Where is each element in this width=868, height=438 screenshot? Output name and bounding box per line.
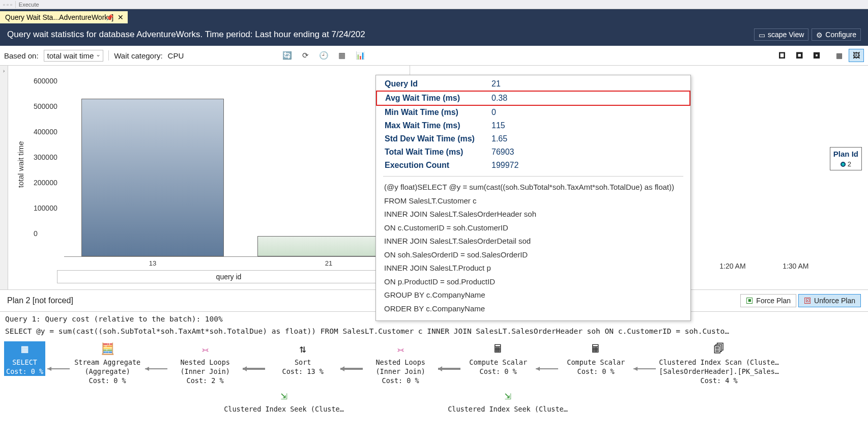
node-cost: Cost: 0 % — [577, 367, 615, 376]
plot-area — [64, 78, 400, 257]
x-tick: 21 — [325, 259, 332, 267]
gear-icon: ⚙ — [816, 31, 823, 38]
tooltip-sql: INNER JOIN SalesLT.SalesOrderHeader soh — [376, 208, 690, 221]
chart-icon[interactable]: 📊 — [354, 50, 367, 61]
tooltip-sql: (@y float)SELECT @y = sum(cast((soh.SubT… — [376, 181, 690, 194]
tooltip-key: Query Id — [377, 77, 483, 91]
node-label: Nested Loops — [375, 358, 425, 367]
node-label: Clustered Index Scan (Cluste… — [659, 358, 779, 367]
execution-plan-row-2: ⇲ Clustered Index Seek (Cluste… ⇲ Cluste… — [0, 385, 868, 417]
plan-arrow — [338, 365, 365, 372]
view-mode-2[interactable]: 🞑 — [792, 49, 807, 62]
tooltip-sql: GROUP BY c.CompanyName — [376, 288, 690, 302]
tooltip-key: Max Wait Time (ms) — [377, 119, 483, 132]
bar-query-13[interactable] — [81, 99, 224, 256]
node-sub: (Inner Join) — [180, 367, 230, 376]
node-label: Clustered Index Seek (Cluste… — [224, 404, 344, 414]
tooltip-table: Query Id21 Avg Wait Time (ms)0.38 Min Wa… — [376, 77, 690, 172]
y-tick: 600000 — [34, 77, 57, 85]
index-scan-icon: 🗐 — [713, 341, 725, 357]
app-menu-toolbar: ▫ ▫ ▫ Execute — [0, 0, 868, 9]
plan-node-clustered-index-seek-1[interactable]: ⇲ Clustered Index Seek (Cluste… — [223, 388, 345, 414]
close-icon[interactable]: ✕ — [118, 13, 124, 21]
landscape-label: scape View — [768, 31, 804, 39]
plan-node-compute-scalar-1[interactable]: 🖩 Compute Scalar Cost: 0 % — [462, 341, 534, 376]
plan-node-nested-loops-1[interactable]: ⟗ Nested Loops (Inner Join) Cost: 2 % — [169, 341, 241, 385]
grid-icon[interactable]: ▦ — [335, 50, 349, 61]
query-tooltip: Query Id21 Avg Wait Time (ms)0.38 Min Wa… — [375, 75, 691, 321]
bar-chart-pane: total wait time 600000 500000 400000 300… — [8, 66, 410, 289]
svg-marker-1 — [47, 367, 51, 371]
plan-arrow — [143, 365, 169, 372]
execution-plan-diagram[interactable]: ▦ SELECT Cost: 0 % 🧮 Stream Aggregate (A… — [0, 336, 868, 385]
unforce-plan-icon: 🞖 — [804, 297, 811, 305]
tooltip-sql: ON soh.SalesOrderID = sod.SalesOrderID — [376, 248, 690, 262]
plan-title: Plan 2 [not forced] — [7, 296, 73, 305]
plan-arrow — [241, 365, 267, 372]
node-label: SELECT — [12, 358, 37, 367]
tooltip-key: Min Wait Time (ms) — [377, 105, 483, 119]
node-cost: Cost: 0 % — [6, 367, 43, 376]
node-label: Clustered Index Seek (Cluste… — [448, 404, 568, 414]
configure-button[interactable]: ⚙ Configure — [812, 28, 861, 41]
svg-marker-9 — [438, 366, 442, 371]
compute-icon: 🖩 — [493, 341, 504, 357]
tooltip-val: 76903 — [483, 145, 690, 159]
unforce-plan-button[interactable]: 🞖 Unforce Plan — [798, 294, 861, 307]
index-seek-icon: ⇲ — [504, 388, 511, 403]
y-tick: 300000 — [34, 153, 57, 161]
plan-node-select[interactable]: ▦ SELECT Cost: 0 % — [4, 341, 45, 376]
plan-node-clustered-index-scan[interactable]: 🗐 Clustered Index Scan (Cluste… [SalesOr… — [658, 341, 780, 385]
x-axis-dropdown[interactable]: query id — [57, 270, 400, 283]
plan-node-clustered-index-seek-2[interactable]: ⇲ Clustered Index Seek (Cluste… — [447, 388, 569, 414]
legend-marker-icon — [841, 162, 846, 167]
view-mode-3[interactable]: 🞒 — [809, 49, 824, 62]
tab-query-wait-stats[interactable]: Query Wait Sta...AdventureWorks] 📌 ✕ — [0, 11, 128, 23]
tooltip-sql: ORDER BY c.CompanyName — [376, 302, 690, 316]
header-buttons: ▭ scape View ⚙ Configure — [754, 28, 861, 41]
plan-node-compute-scalar-2[interactable]: 🖩 Compute Scalar Cost: 0 % — [560, 341, 631, 376]
tooltip-val: 0 — [483, 105, 690, 119]
collapsed-left-panel[interactable]: › — [0, 66, 8, 289]
svg-marker-5 — [243, 366, 247, 371]
node-cost: Cost: 2 % — [187, 376, 224, 385]
history-icon[interactable]: 🕘 — [317, 50, 330, 61]
y-axis-label: total wait time — [16, 141, 25, 188]
pin-icon[interactable]: 📌 — [106, 14, 113, 21]
report-header: Query wait statistics for database Adven… — [0, 23, 868, 46]
node-label: Compute Scalar — [567, 358, 625, 367]
refresh-auto-icon[interactable]: ⟳ — [299, 50, 312, 61]
force-plan-button[interactable]: 🞕 Force Plan — [740, 294, 796, 307]
legend-item[interactable]: 2 — [833, 160, 858, 168]
view-mode-grid[interactable]: ▦ — [831, 49, 847, 62]
toolbar-separator — [15, 1, 16, 8]
tooltip-val: 115 — [483, 119, 690, 132]
svg-marker-3 — [145, 367, 149, 371]
refresh-icon[interactable]: 🔄 — [280, 50, 294, 61]
view-mode-buttons: 🞐 🞑 🞒 ▦ 🖼 — [774, 49, 864, 62]
plan-node-stream-aggregate[interactable]: 🧮 Stream Aggregate (Aggregate) Cost: 0 % — [72, 341, 143, 385]
tab-label: Query Wait Sta...AdventureWorks] — [5, 13, 113, 21]
node-label: Stream Aggregate — [74, 358, 140, 367]
execute-button-fragment[interactable]: Execute — [19, 2, 39, 8]
join-icon: ⟗ — [202, 341, 209, 357]
view-mode-separator — [826, 49, 829, 62]
view-mode-1[interactable]: 🞐 — [774, 49, 790, 62]
tooltip-val: 1.65 — [483, 132, 690, 145]
tooltip-sql: ON p.ProductID = sod.ProductID — [376, 275, 690, 289]
y-tick: 200000 — [34, 179, 57, 187]
plan-arrow — [436, 365, 462, 372]
plan-node-nested-loops-2[interactable]: ⟗ Nested Loops (Inner Join) Cost: 0 % — [365, 341, 436, 385]
landscape-view-button[interactable]: ▭ scape View — [754, 28, 808, 41]
tooltip-val: 0.38 — [483, 91, 690, 105]
tooltip-sql: ON c.CustomerID = soh.CustomerID — [376, 221, 690, 235]
tooltip-key: Total Wait Time (ms) — [377, 145, 483, 159]
plan-node-sort[interactable]: ⇅ Sort Cost: 13 % — [267, 341, 338, 376]
view-mode-chart[interactable]: 🖼 — [849, 49, 864, 62]
tooltip-sql: INNER JOIN SalesLT.Product p — [376, 261, 690, 275]
based-on-dropdown[interactable]: total wait time — [44, 50, 104, 62]
node-cost: Cost: 0 % — [480, 367, 517, 376]
node-cost: Cost: 4 % — [701, 376, 738, 385]
landscape-icon: ▭ — [759, 31, 766, 38]
wait-category-label: Wait category: — [114, 51, 162, 60]
